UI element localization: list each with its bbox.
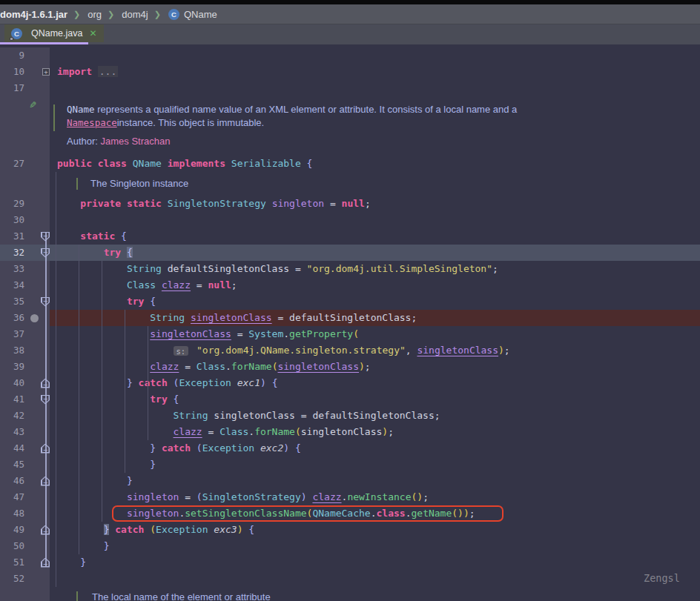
code-line[interactable]: 30: [0, 212, 700, 228]
line-number[interactable]: 9: [0, 47, 24, 64]
line-number[interactable]: 43: [0, 424, 24, 440]
doc-segment: instance. This object is immutable.: [117, 117, 264, 128]
doc-link[interactable]: Namespace: [67, 117, 117, 128]
breadcrumb-item-org[interactable]: org: [86, 9, 103, 20]
code-text: clazz = Class.forName(singletonClass);: [50, 359, 700, 375]
line-number[interactable]: 47: [0, 489, 24, 505]
code-line[interactable]: 38 s: "org.dom4j.QName.singleton.strateg…: [0, 342, 700, 359]
code-text: static {: [50, 228, 700, 245]
fold-marker-icon[interactable]: −: [41, 232, 50, 242]
fold-marker-icon[interactable]: −: [41, 525, 50, 535]
code-line[interactable]: 44− } catch (Exception exc2) {: [0, 440, 700, 456]
code-token: String: [150, 312, 185, 323]
line-number[interactable]: 46: [0, 473, 24, 489]
code-line[interactable]: 31− static {: [0, 228, 700, 245]
line-number[interactable]: 31: [0, 228, 24, 245]
tab-close-icon[interactable]: ✕: [89, 28, 96, 39]
line-number[interactable]: 10: [0, 64, 24, 80]
code-line[interactable]: 35− try {: [0, 293, 700, 310]
code-line[interactable]: 47 singleton = (SingletonStrategy) clazz…: [0, 489, 700, 505]
breadcrumb-item-qname[interactable]: C QName: [167, 9, 219, 20]
code-token: String: [127, 263, 162, 274]
code-text: clazz = Class.forName(singletonClass);: [50, 424, 700, 440]
line-number[interactable]: 37: [0, 326, 24, 342]
edit-doc-pencil-icon[interactable]: ✎: [30, 98, 36, 111]
code-line[interactable]: 37 singletonClass = System.getProperty(: [0, 326, 700, 342]
code-line[interactable]: 42 String singletonClass = defaultSingle…: [0, 408, 700, 424]
code-line[interactable]: 40− } catch (Exception exc1) {: [0, 375, 700, 391]
code-line[interactable]: 29 private static SingletonStrategy sing…: [0, 196, 700, 212]
code-token: [301, 158, 307, 169]
line-number[interactable]: 48: [0, 505, 24, 522]
breadcrumb-item-dom4j[interactable]: dom4j: [120, 9, 149, 20]
line-number[interactable]: 36: [0, 310, 24, 326]
code-line[interactable]: 45 }: [0, 456, 700, 473]
code-line[interactable]: 17: [0, 80, 700, 96]
line-number[interactable]: 40: [0, 375, 24, 391]
code-line[interactable]: 33 String defaultSingletonClass = "org.d…: [0, 261, 700, 277]
code-token: ...: [98, 66, 118, 77]
code-token: [254, 442, 260, 454]
code-line[interactable]: 51− }: [0, 554, 700, 571]
code-token: }: [80, 557, 86, 568]
breakpoint-dot[interactable]: [30, 314, 39, 322]
code-token: [57, 442, 150, 454]
line-number[interactable]: 52: [0, 571, 24, 587]
code-line[interactable]: 46− }: [0, 473, 700, 489]
fold-marker-icon[interactable]: −: [41, 395, 50, 405]
code-line[interactable]: 34 Class clazz = null;: [0, 277, 700, 293]
fold-expand-icon[interactable]: +: [42, 68, 50, 76]
line-number[interactable]: 17: [0, 80, 24, 96]
line-number[interactable]: 30: [0, 212, 24, 228]
code-line[interactable]: 43 clazz = Class.forName(singletonClass)…: [0, 424, 700, 440]
code-token: singletonClass: [150, 328, 231, 339]
code-token: [57, 279, 127, 290]
line-number[interactable]: 34: [0, 277, 24, 293]
code-editor[interactable]: 910+import ...17✎QName represents a qual…: [0, 44, 700, 601]
code-line[interactable]: 27public class QName implements Serializ…: [0, 156, 700, 172]
code-token: clazz: [150, 361, 179, 372]
line-number[interactable]: 41: [0, 391, 24, 408]
line-number[interactable]: 38: [0, 342, 24, 359]
code-token: =: [202, 426, 219, 437]
rendered-doc-comment: The local name of the element or attribu…: [0, 587, 700, 601]
line-number[interactable]: 42: [0, 408, 24, 424]
line-number[interactable]: 50: [0, 538, 24, 554]
code-line[interactable]: 52: [0, 571, 700, 587]
line-number[interactable]: 27: [0, 156, 24, 172]
line-number[interactable]: 44: [0, 440, 24, 456]
line-number[interactable]: 29: [0, 196, 24, 212]
code-token: [57, 557, 80, 568]
line-number[interactable]: 51: [0, 554, 24, 571]
fold-marker-minus: −: [41, 479, 50, 486]
code-token: "org.dom4j.util.SimpleSingleton": [307, 263, 492, 274]
code-token: .: [225, 361, 231, 372]
code-line[interactable]: 48 singleton.setSingletonClassName(QName…: [0, 505, 700, 522]
fold-marker-icon[interactable]: −: [41, 477, 50, 486]
line-number[interactable]: 35: [0, 293, 24, 310]
code-text: } catch (Exception exc2) {: [50, 440, 700, 456]
code-line[interactable]: 49− } catch (Exception exc3) {: [0, 522, 700, 538]
code-line[interactable]: 10+import ...: [0, 64, 700, 80]
fold-marker-icon[interactable]: −: [41, 444, 50, 454]
line-number[interactable]: 49: [0, 522, 24, 538]
doc-segment: represents a qualified name value of an …: [95, 104, 518, 115]
line-number[interactable]: 32: [0, 245, 24, 261]
line-number[interactable]: 39: [0, 359, 24, 375]
code-line[interactable]: 39 clazz = Class.forName(singletonClass)…: [0, 359, 700, 375]
tab-qname-java[interactable]: C QName.java ✕: [4, 24, 104, 42]
breadcrumb-item-jar[interactable]: dom4j-1.6.1.jar: [0, 9, 69, 20]
line-number[interactable]: 45: [0, 456, 24, 473]
code-line[interactable]: 32− try {: [0, 245, 700, 261]
code-line[interactable]: 36 String singletonClass = defaultSingle…: [0, 310, 700, 326]
fold-marker-icon[interactable]: −: [41, 297, 50, 307]
fold-marker-icon[interactable]: −: [41, 558, 50, 568]
line-number[interactable]: 33: [0, 261, 24, 277]
fold-marker-icon[interactable]: −: [41, 379, 50, 388]
code-line[interactable]: 50 }: [0, 538, 700, 554]
code-token: ;: [365, 198, 371, 209]
code-line[interactable]: 41− try {: [0, 391, 700, 408]
code-token: (: [197, 491, 202, 502]
fold-marker-icon[interactable]: −: [41, 248, 50, 258]
code-line[interactable]: 9: [0, 47, 700, 64]
